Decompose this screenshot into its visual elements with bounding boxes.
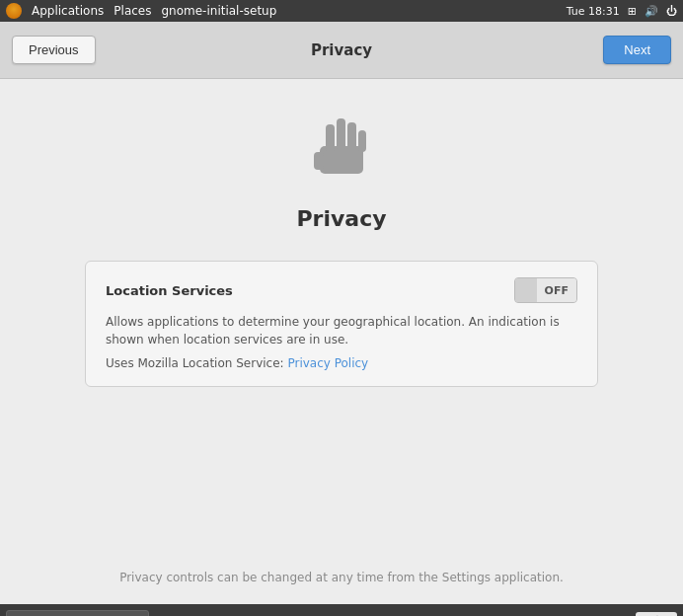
location-services-toggle[interactable]: OFF (514, 277, 577, 303)
privacy-icon (302, 109, 381, 191)
location-services-row: Location Services OFF (106, 277, 577, 303)
location-services-label: Location Services (106, 283, 233, 298)
places-menu[interactable]: Places (114, 4, 151, 18)
link-prefix: Uses Mozilla Location Service: (106, 356, 284, 370)
header-bar: Previous Privacy Next (0, 22, 683, 79)
footer-text: Privacy controls can be changed at any t… (119, 571, 564, 584)
page-title: Privacy (296, 206, 386, 231)
svg-rect-0 (320, 146, 363, 174)
svg-rect-1 (314, 152, 324, 170)
taskbar-item-gnome[interactable]: gnome-initial-setup (6, 610, 149, 616)
taskbar: gnome-initial-setup 亿速云 (0, 604, 683, 616)
next-button[interactable]: Next (603, 36, 671, 64)
system-bar: Applications Places gnome-initial-setup … (0, 0, 683, 22)
power-icon[interactable]: ⏻ (666, 5, 677, 18)
yiyun-logo: 亿速云 (636, 612, 677, 616)
system-bar-right: Tue 18:31 ⊞ 🔊 ⏻ (567, 5, 677, 18)
privacy-policy-link[interactable]: Privacy Policy (287, 356, 368, 370)
svg-rect-2 (326, 124, 335, 152)
location-services-description: Allows applications to determine your ge… (106, 313, 577, 348)
taskbar-right: 亿速云 (636, 612, 677, 616)
app-menu-icon[interactable] (6, 3, 22, 19)
svg-rect-3 (337, 118, 345, 150)
svg-rect-5 (358, 130, 366, 152)
previous-button[interactable]: Previous (12, 36, 96, 64)
location-services-link-row: Uses Mozilla Location Service: Privacy P… (106, 356, 577, 370)
toggle-off-label: OFF (537, 278, 576, 302)
app-name-menu[interactable]: gnome-initial-setup (161, 4, 276, 18)
system-time: Tue 18:31 (567, 5, 620, 18)
page-title-header: Privacy (311, 41, 372, 59)
main-window: Previous Privacy Next Privacy (0, 22, 683, 604)
volume-icon[interactable]: 🔊 (645, 5, 658, 18)
content-area: Privacy Location Services OFF Allows app… (0, 79, 683, 604)
svg-rect-4 (347, 122, 356, 150)
settings-card: Location Services OFF Allows application… (85, 261, 598, 387)
toggle-track (515, 278, 537, 302)
applications-menu[interactable]: Applications (32, 4, 104, 18)
network-icon: ⊞ (628, 5, 637, 18)
system-bar-left: Applications Places gnome-initial-setup (6, 3, 276, 19)
